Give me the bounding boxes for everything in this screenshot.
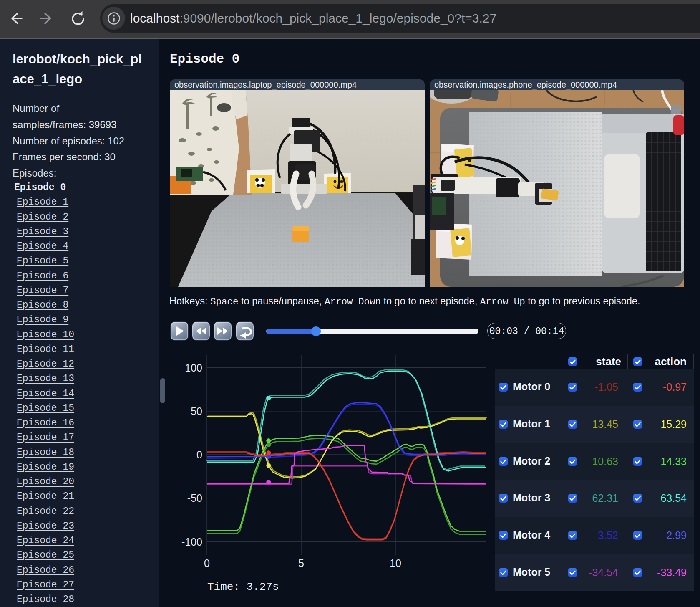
svg-text:5: 5 [298, 557, 304, 569]
svg-text:0: 0 [196, 449, 202, 460]
svg-text:-100: -100 [181, 536, 202, 548]
svg-text:0: 0 [204, 557, 210, 569]
svg-text:50: 50 [191, 405, 202, 417]
svg-text:10: 10 [390, 557, 401, 569]
svg-text:-50: -50 [187, 492, 202, 504]
svg-text:100: 100 [185, 362, 202, 374]
svg-text:Time: 3.27s: Time: 3.27s [207, 581, 279, 593]
